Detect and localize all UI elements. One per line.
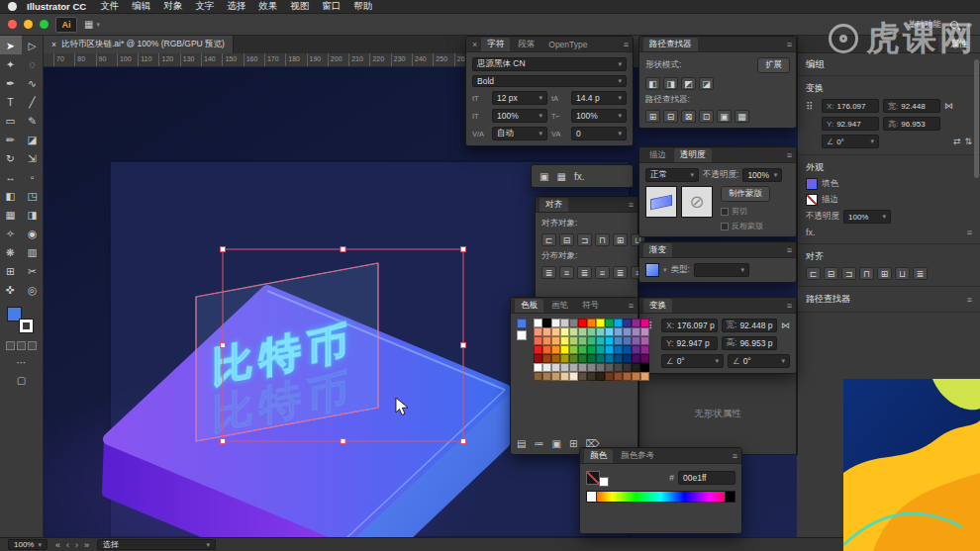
fx-icon[interactable]: fx. (574, 171, 585, 182)
reference-point-icon[interactable]: ⠿ (806, 101, 818, 112)
swatch-58[interactable] (587, 354, 596, 363)
swatch-48[interactable] (614, 345, 623, 354)
swatch-19[interactable] (587, 327, 596, 336)
swatch-57[interactable] (578, 354, 587, 363)
swatch-41[interactable] (551, 345, 560, 354)
panel-menu-icon[interactable]: ≡ (629, 200, 634, 210)
swatch-40[interactable] (542, 345, 551, 354)
window-close-button[interactable] (8, 20, 17, 29)
selection-handle-ne[interactable] (461, 247, 466, 252)
swatch-24[interactable] (632, 327, 640, 336)
swatch-73[interactable] (605, 363, 614, 372)
swatch-7[interactable] (596, 319, 605, 327)
flip-vertical-icon[interactable]: ⇅ (964, 137, 972, 146)
align-right-icon[interactable]: ⊐ (577, 233, 592, 246)
swatch-37[interactable] (632, 336, 640, 345)
menu-item-1[interactable]: 编辑 (132, 0, 150, 13)
swatch-43[interactable] (569, 345, 578, 354)
swatch-2[interactable] (551, 319, 560, 327)
panel-menu-icon[interactable]: ≡ (733, 451, 737, 461)
tab-pathfinder[interactable]: 路径查找器 (643, 38, 698, 51)
outline-icon[interactable]: ▣ (717, 110, 732, 123)
panel-menu-icon[interactable]: ≡ (967, 295, 972, 305)
swatch-31[interactable] (578, 336, 587, 345)
gradient-tool[interactable]: ◨ (22, 205, 44, 224)
tab-gradient[interactable]: 渐变 (643, 243, 672, 257)
swatch-84[interactable] (587, 372, 596, 381)
fill-proxy-swatch[interactable] (517, 319, 527, 328)
divide-icon[interactable]: ⊞ (645, 110, 660, 123)
height-field[interactable]: 高: 96.953 (883, 117, 940, 131)
expand-button[interactable]: 扩展 (757, 57, 790, 73)
menubar-app-name[interactable]: Illustrator CC (27, 1, 86, 12)
panel-menu-icon[interactable]: ≡ (967, 228, 972, 237)
swatch-35[interactable] (614, 336, 623, 345)
opacity-select[interactable]: 100% ▾ (843, 210, 891, 224)
swatch-16[interactable] (560, 327, 569, 336)
swatch-60[interactable] (605, 354, 614, 363)
swatch-81[interactable] (560, 372, 569, 381)
zoom-select[interactable]: 100% ▾ (8, 539, 48, 550)
swatch-17[interactable] (569, 327, 578, 336)
selection-handle-se[interactable] (461, 439, 466, 444)
symbol-sprayer-tool[interactable]: ❋ (0, 242, 22, 261)
swatch-77[interactable] (640, 363, 649, 372)
swatch-13[interactable] (534, 327, 542, 336)
swatch-63[interactable] (632, 354, 640, 363)
horizontal-scale-select[interactable]: 100% ▾ (571, 109, 627, 123)
swatch-27[interactable] (542, 336, 551, 345)
swatch-90[interactable] (640, 372, 649, 381)
swatch-42[interactable] (560, 345, 569, 354)
link-dimensions-icon[interactable]: ⋈ (781, 321, 790, 330)
tab-paragraph[interactable]: 段落 (512, 38, 540, 51)
menu-item-5[interactable]: 效果 (258, 0, 277, 13)
tab-opentype[interactable]: OpenType (542, 39, 593, 50)
zoom-tool[interactable]: ◎ (22, 280, 44, 299)
align-vcenter-icon[interactable]: ⊞ (877, 267, 892, 280)
hex-input[interactable]: 00e1ff (678, 471, 735, 485)
draw-behind-icon[interactable] (17, 341, 26, 350)
tab-align[interactable]: 对齐 (539, 198, 568, 212)
selection-handle-nw[interactable] (221, 247, 226, 252)
swatch-22[interactable] (614, 327, 623, 336)
swatch-88[interactable] (623, 372, 632, 381)
free-transform-tool[interactable]: ▫ (22, 167, 44, 186)
panel-menu-icon[interactable]: ≡ (629, 301, 634, 311)
selection-tool[interactable]: ➤ (0, 36, 22, 54)
tab-swatches[interactable]: 色板 (515, 299, 543, 313)
swatch-15[interactable] (551, 327, 560, 336)
swatch-4[interactable] (569, 319, 578, 327)
width-field[interactable]: 宽: 92.448 p (722, 319, 778, 332)
curvature-tool[interactable]: ∿ (22, 73, 44, 92)
toolbar-more-icon[interactable]: ⋯ (17, 357, 27, 368)
selection-handle-n[interactable] (341, 247, 345, 252)
panel-menu-icon[interactable]: ≡ (624, 40, 629, 49)
swatch-50[interactable] (632, 345, 640, 354)
tab-transparency[interactable]: 透明度 (674, 148, 712, 162)
swatch-79[interactable] (542, 372, 551, 381)
align-right-icon[interactable]: ⊐ (841, 267, 856, 280)
first-item-icon[interactable]: « (55, 540, 60, 550)
swatch-21[interactable] (605, 327, 614, 336)
swatch-65[interactable] (534, 363, 542, 372)
distribute-top-icon[interactable]: ≣ (541, 266, 556, 279)
panel-close-icon[interactable]: × (470, 40, 479, 49)
menu-item-4[interactable]: 选择 (227, 0, 245, 13)
swatch-45[interactable] (587, 345, 596, 354)
swatch-56[interactable] (569, 354, 578, 363)
align-left-icon[interactable]: ⊏ (541, 233, 556, 246)
swatch-54[interactable] (551, 354, 560, 363)
minus-back-icon[interactable]: ▦ (735, 110, 749, 123)
tab-brushes[interactable]: 画笔 (545, 299, 574, 313)
swatch-72[interactable] (596, 363, 605, 372)
swatch-39[interactable] (534, 345, 542, 354)
swatch-3[interactable] (560, 319, 569, 327)
tab-symbols[interactable]: 符号 (576, 299, 605, 313)
swatch-options-icon[interactable]: ▣ (551, 438, 560, 449)
selection-handle-e[interactable] (461, 343, 466, 348)
object-thumbnail[interactable] (645, 186, 677, 218)
document-tab[interactable]: × 比特币区块链.ai* @ 100% (RGB/GPU 预览) (44, 36, 234, 53)
selection-handle-w[interactable] (221, 343, 226, 348)
width-field[interactable]: 宽: 92.448 (883, 99, 940, 113)
swatch-53[interactable] (542, 354, 551, 363)
